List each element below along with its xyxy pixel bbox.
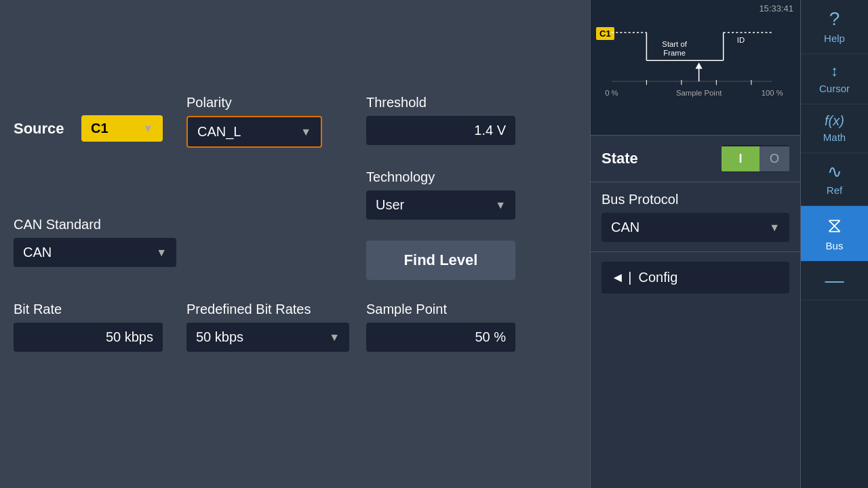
svg-text:100 %: 100 % [762, 89, 783, 97]
sample-point-value: 50 % [366, 323, 515, 352]
predefined-bit-rates-chevron-icon: ▼ [329, 331, 340, 344]
polarity-label: Polarity [186, 95, 322, 110]
sidebar-label-cursor: Cursor [819, 83, 850, 94]
bit-rate-label: Bit Rate [14, 302, 163, 317]
state-label: State [601, 150, 638, 167]
bit-rate-value: 50 kbps [14, 323, 163, 352]
sidebar-item-math[interactable]: f(x) Math [801, 104, 868, 153]
state-row: State I O [591, 136, 800, 182]
more-icon: — [825, 271, 844, 290]
right-panel: 15:33:41 C1 [590, 0, 800, 488]
svg-text:Sample Point: Sample Point [676, 89, 722, 97]
find-level-button[interactable]: Find Level [366, 241, 515, 280]
can-standard-section: CAN Standard CAN ▼ [14, 217, 176, 267]
sidebar-item-cursor[interactable]: ↕ Cursor [801, 54, 868, 104]
svg-text:ID: ID [737, 36, 745, 44]
bus-protocol-chevron-icon: ▼ [769, 222, 780, 234]
technology-section: Technology User ▼ [366, 169, 515, 220]
can-standard-label: CAN Standard [14, 217, 176, 232]
sample-point-label: Sample Point [366, 302, 515, 317]
technology-chevron-icon: ▼ [495, 199, 506, 211]
waveform-svg: Start of Frame ID 0 % Sample Point 100 % [591, 0, 800, 135]
polarity-dropdown[interactable]: CAN_L ▼ [186, 116, 322, 148]
sidebar-item-help[interactable]: ? Help [801, 0, 868, 54]
can-standard-value: CAN [23, 245, 52, 260]
sidebar-item-more[interactable]: — [801, 262, 868, 300]
bus-protocol-label: Bus Protocol [601, 192, 789, 207]
ref-icon: ∿ [827, 163, 842, 180]
cursor-icon: ↕ [831, 64, 838, 79]
sidebar-label-help: Help [824, 33, 845, 44]
oscilloscope-display: 15:33:41 C1 [591, 0, 800, 136]
technology-label: Technology [366, 169, 515, 185]
threshold-value: 1.4 V [366, 116, 515, 145]
source-label: Source [14, 120, 68, 138]
polarity-value: CAN_L [197, 124, 241, 140]
sidebar: ? Help ↕ Cursor f(x) Math ∿ Ref ⧖ Bus — [800, 0, 868, 488]
can-standard-chevron-icon: ▼ [156, 247, 167, 259]
bit-rate-section: Bit Rate 50 kbps [14, 302, 163, 352]
predefined-bit-rates-value: 50 kbps [196, 329, 243, 345]
bus-protocol-value: CAN [611, 220, 639, 235]
predefined-bit-rates-label: Predefined Bit Rates [186, 302, 349, 317]
bus-icon: ⧖ [827, 216, 842, 236]
source-chevron-icon: ▼ [142, 123, 153, 135]
technology-dropdown[interactable]: User ▼ [366, 190, 515, 220]
help-icon: ? [829, 9, 840, 28]
state-toggle-off[interactable]: O [760, 146, 789, 171]
config-label: Config [639, 270, 678, 285]
bus-protocol-dropdown[interactable]: CAN ▼ [601, 213, 789, 242]
sidebar-label-ref: Ref [827, 184, 842, 196]
state-toggle-on[interactable]: I [722, 146, 760, 171]
sidebar-item-bus[interactable]: ⧖ Bus [801, 206, 868, 262]
svg-text:Frame: Frame [663, 49, 686, 57]
sidebar-item-ref[interactable]: ∿ Ref [801, 153, 868, 206]
threshold-label: Threshold [366, 95, 515, 110]
predefined-bit-rates-dropdown[interactable]: 50 kbps ▼ [186, 323, 349, 352]
config-button[interactable]: ◄ | Config [601, 262, 789, 293]
state-toggle[interactable]: I O [722, 145, 789, 172]
svg-text:0 %: 0 % [605, 89, 618, 97]
threshold-section: Threshold 1.4 V [366, 95, 515, 145]
polarity-chevron-icon: ▼ [300, 126, 311, 138]
sample-point-section: Sample Point 50 % [366, 302, 515, 352]
svg-marker-11 [696, 62, 703, 68]
svg-text:Start of: Start of [662, 40, 687, 48]
can-standard-dropdown[interactable]: CAN ▼ [14, 238, 176, 267]
sidebar-label-bus: Bus [826, 240, 844, 251]
source-value: C1 [91, 121, 108, 136]
math-icon: f(x) [825, 114, 844, 127]
technology-value: User [376, 197, 404, 213]
sidebar-label-math: Math [823, 131, 846, 143]
predefined-bit-rates-section: Predefined Bit Rates 50 kbps ▼ [186, 302, 349, 352]
source-dropdown[interactable]: C1 ▼ [81, 115, 163, 142]
bus-protocol-section: Bus Protocol CAN ▼ [591, 182, 800, 252]
config-arrow-icon: ◄ | [611, 270, 632, 285]
